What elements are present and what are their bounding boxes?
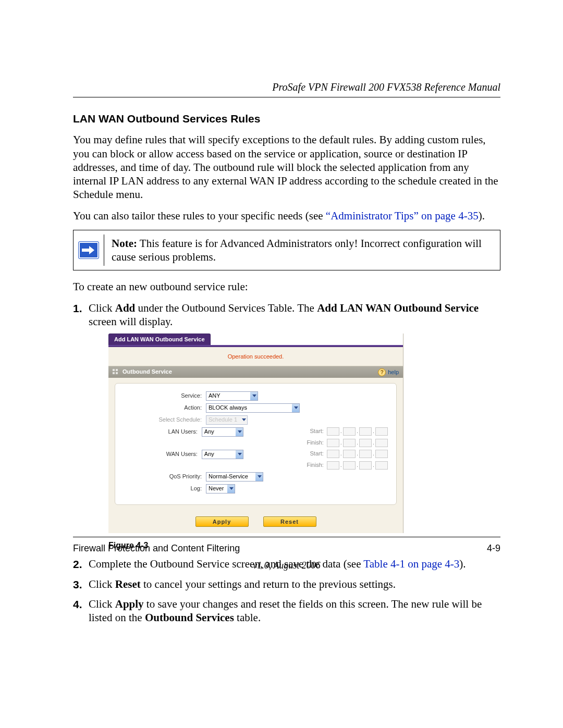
ip-octet xyxy=(359,450,372,458)
text-bold: Add LAN WAN Outbound Service xyxy=(317,302,479,314)
text: screen will display. xyxy=(89,315,173,328)
footer-chapter: Firewall Protection and Content Filterin… xyxy=(73,542,240,554)
label-schedule: Select Schedule: xyxy=(124,416,206,424)
wan-users-select[interactable]: Any xyxy=(202,450,243,459)
text-bold: Outbound Services xyxy=(145,611,234,624)
admin-tips-link[interactable]: “Administrator Tips” on page 4-35 xyxy=(326,209,479,222)
label-finish: Finish: xyxy=(301,439,326,447)
intro-paragraph-2: You can also tailor these rules to your … xyxy=(73,209,500,223)
ip-octet xyxy=(343,450,356,458)
step-3: Click Reset to cancel your settings and … xyxy=(73,577,500,591)
note-text: Note: This feature is for Advanced Admin… xyxy=(104,230,500,270)
help-icon: ? xyxy=(378,368,386,376)
ip-octet xyxy=(359,439,372,447)
ip-octet xyxy=(359,427,372,436)
label-finish: Finish: xyxy=(301,462,326,469)
reset-button[interactable]: Reset xyxy=(263,516,316,527)
lan-users-select[interactable]: Any xyxy=(202,427,243,437)
text-bold: Add xyxy=(115,302,136,314)
label-log: Log: xyxy=(124,485,206,492)
header-rule xyxy=(73,97,500,97)
ip-octet xyxy=(343,461,356,470)
log-select[interactable]: Never xyxy=(206,484,235,493)
text: under the Outbound Services Table. The xyxy=(135,302,317,314)
label-lan-users: LAN Users: xyxy=(124,427,202,436)
footer-version: v1.0, August 2006 xyxy=(73,560,500,572)
ip-octet xyxy=(327,461,339,470)
ip-octet xyxy=(327,450,339,458)
lan-finish-row: Finish: . . . xyxy=(301,439,388,447)
label-wan-users: WAN Users: xyxy=(124,450,202,458)
panel-tab[interactable]: Add LAN WAN Outbound Service xyxy=(108,334,211,345)
ip-octet xyxy=(343,427,356,436)
ip-octet xyxy=(375,450,388,458)
note-label: Note: xyxy=(112,237,137,250)
footer-page-number: 4-9 xyxy=(487,542,500,554)
label-start: Start: xyxy=(301,450,326,458)
note-icon-cell xyxy=(74,230,104,270)
step-4: Click Apply to save your changes and res… xyxy=(73,597,500,625)
label-qos: QoS Priority: xyxy=(124,473,206,480)
intro-paragraph-1: You may define rules that will specify e… xyxy=(73,133,500,201)
ip-octet xyxy=(375,427,388,436)
text: ). xyxy=(479,209,485,222)
section-bar: Outbound Service ?help xyxy=(108,366,403,378)
grid-icon xyxy=(113,369,118,374)
text: Click xyxy=(89,302,115,314)
ip-octet xyxy=(375,461,388,470)
action-select[interactable]: BLOCK always xyxy=(206,403,300,413)
operation-message: Operation succeeded. xyxy=(108,347,403,366)
arrow-right-icon xyxy=(79,242,99,258)
help-text: help xyxy=(388,369,399,375)
footer-rule xyxy=(73,537,500,537)
service-select[interactable]: ANY xyxy=(206,391,258,401)
text-bold: Reset xyxy=(115,578,141,590)
label-start: Start: xyxy=(301,428,326,435)
text: table. xyxy=(234,611,261,624)
note-box: Note: This feature is for Advanced Admin… xyxy=(73,230,500,271)
doc-header-title: ProSafe VPN Firewall 200 FVX538 Referenc… xyxy=(73,81,500,94)
wan-start-row: Start: . . . xyxy=(301,450,388,458)
label-service: Service: xyxy=(124,392,206,400)
note-body: This feature is for Advanced Administrat… xyxy=(112,237,482,263)
ip-octet xyxy=(343,439,356,447)
label-action: Action: xyxy=(124,404,206,412)
text: You can also tailor these rules to your … xyxy=(73,209,326,222)
help-link[interactable]: ?help xyxy=(378,368,399,376)
ip-octet xyxy=(359,461,372,470)
section-bar-label: Outbound Service xyxy=(123,368,172,375)
ip-octet xyxy=(327,439,339,447)
text: to cancel your settings and return to th… xyxy=(141,578,396,590)
step-1: Click Add under the Outbound Services Ta… xyxy=(73,301,500,551)
apply-button[interactable]: Apply xyxy=(195,516,249,527)
text: Click xyxy=(89,598,115,610)
screenshot-panel: Add LAN WAN Outbound Service Operation s… xyxy=(108,334,403,533)
lan-start-row: Start: . . . xyxy=(301,427,388,436)
ip-octet xyxy=(327,427,339,436)
ip-octet xyxy=(375,439,388,447)
text-bold: Apply xyxy=(115,598,144,610)
section-heading: LAN WAN Outbound Services Rules xyxy=(73,112,500,126)
schedule-select: Schedule 1 xyxy=(206,415,248,425)
lead-in: To create an new outbound service rule: xyxy=(73,280,500,293)
wan-finish-row: Finish: . . . xyxy=(301,461,388,470)
qos-select[interactable]: Normal-Service xyxy=(206,472,263,482)
text: Click xyxy=(89,578,115,590)
